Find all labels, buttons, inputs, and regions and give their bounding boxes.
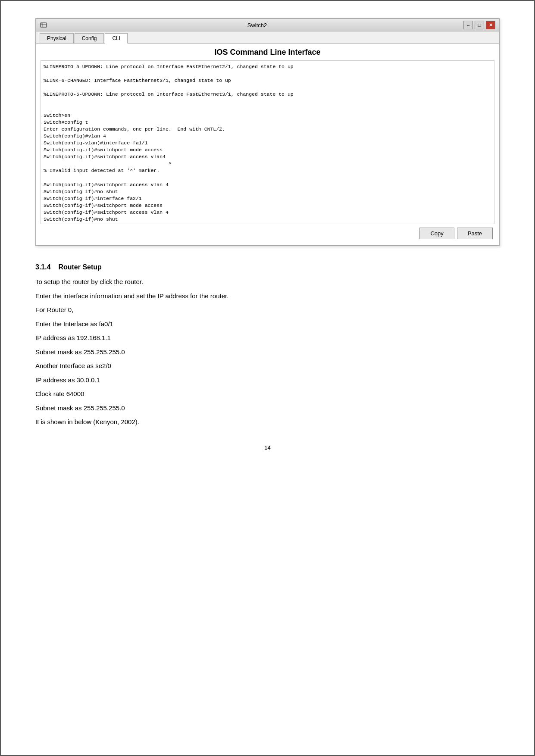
para-1: Enter the interface information and set … <box>35 291 500 301</box>
para-9: Subnet mask as 255.255.255.0 <box>35 403 500 413</box>
para-5: Subnet mask as 255.255.255.0 <box>35 347 500 357</box>
window-icon <box>40 21 47 29</box>
page-number: 14 <box>35 444 500 451</box>
titlebar: Switch2 – □ ✕ <box>36 19 499 31</box>
para-6: Another Interface as se2/0 <box>35 361 500 371</box>
tab-cli[interactable]: CLI <box>105 33 128 44</box>
simulator-window: Switch2 – □ ✕ Physical Config CLI IOS Co… <box>35 18 500 246</box>
cli-actions: Copy Paste <box>41 224 494 241</box>
minimize-button[interactable]: – <box>463 21 473 29</box>
section-title: Router Setup <box>58 263 101 271</box>
section-heading: 3.1.4 Router Setup <box>35 263 500 271</box>
window-title: Switch2 <box>51 22 463 28</box>
para-4: IP address as 192.168.1.1 <box>35 333 500 343</box>
para-7: IP address as 30.0.0.1 <box>35 375 500 385</box>
terminal-output: %LINEPROTO-5-UPDOWN: Line protocol on In… <box>44 63 491 224</box>
para-2: For Router 0, <box>35 305 500 315</box>
cli-terminal[interactable]: %LINEPROTO-5-UPDOWN: Line protocol on In… <box>41 60 494 224</box>
para-3: Enter the Interface as fa0/1 <box>35 319 500 329</box>
svg-point-3 <box>41 23 42 24</box>
window-controls: – □ ✕ <box>463 21 495 29</box>
close-button[interactable]: ✕ <box>486 21 495 29</box>
section-number: 3.1.4 <box>35 263 51 271</box>
para-10: It is shown in below (Kenyon, 2002). <box>35 417 500 427</box>
para-8: Clock rate 64000 <box>35 389 500 399</box>
sim-content: IOS Command Line Interface %LINEPROTO-5-… <box>36 44 499 245</box>
page: Switch2 – □ ✕ Physical Config CLI IOS Co… <box>0 0 535 756</box>
section-314: 3.1.4 Router Setup To setup the router b… <box>35 263 500 427</box>
tab-config[interactable]: Config <box>75 33 104 43</box>
maximize-button[interactable]: □ <box>475 21 484 29</box>
tab-bar: Physical Config CLI <box>36 31 499 44</box>
cli-header: IOS Command Line Interface <box>41 48 494 57</box>
copy-button[interactable]: Copy <box>419 228 454 239</box>
para-0: To setup the router by click the router. <box>35 277 500 287</box>
paste-button[interactable]: Paste <box>457 228 493 239</box>
tab-physical[interactable]: Physical <box>40 33 74 43</box>
